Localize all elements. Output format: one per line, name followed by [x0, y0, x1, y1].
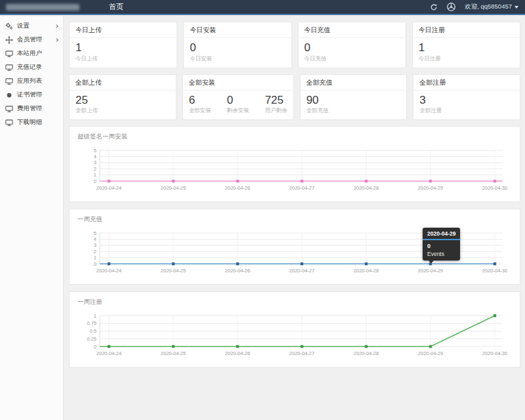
svg-text:2020-04-24: 2020-04-24	[96, 350, 121, 356]
stat-card-today-recharge: 今日充值 0 今日充值	[298, 22, 406, 68]
tooltip-caret	[429, 261, 434, 263]
sidebar-item-label: 充值记录	[17, 63, 42, 72]
svg-text:3: 3	[94, 242, 96, 248]
sidebar-item-label: 会员管理	[17, 35, 42, 44]
svg-text:0.5: 0.5	[90, 328, 96, 334]
card-title: 全部充值	[301, 75, 407, 91]
chart-panel-weekly-super-sign-installs: 超级签名一周安装 0123452020-04-242020-04-252020-…	[69, 126, 520, 202]
svg-text:2020-04-29: 2020-04-29	[418, 350, 443, 356]
svg-text:2020-04-28: 2020-04-28	[354, 350, 379, 356]
svg-text:2020-04-27: 2020-04-27	[289, 185, 314, 191]
svg-text:2020-04-29: 2020-04-29	[418, 268, 443, 274]
stat-value: 90	[306, 94, 329, 107]
stat-card-total-install: 全部安装 6 全部安装 0 剩余安装 725 用户剩余	[182, 74, 294, 121]
card-title: 今日充值	[299, 22, 406, 38]
svg-text:0: 0	[94, 261, 96, 267]
card-title: 今日上传	[70, 22, 177, 38]
line-chart-weekly-installs[interactable]: 0123452020-04-242020-04-252020-04-262020…	[77, 147, 512, 198]
chart-panel-weekly-recharge: 一周充值 0123452020-04-242020-04-252020-04-2…	[69, 209, 520, 285]
chart-title: 一周注册	[77, 298, 512, 306]
chevron-right-icon	[54, 38, 58, 42]
svg-text:2020-04-29: 2020-04-29	[418, 185, 443, 191]
card-title: 今日注册	[413, 22, 520, 38]
stat-value: 0	[190, 41, 212, 54]
tooltip-label: Events	[427, 251, 455, 257]
sidebar-item-label: 设置	[17, 22, 30, 30]
stat-label: 今日充值	[304, 55, 327, 63]
main-content: 今日上传 1 今日上传 今日安装 0 今日安装 今日充值 0 今日充值 今日注册…	[64, 16, 525, 420]
sidebar-item-recharge-records[interactable]: 充值记录	[0, 60, 63, 74]
stat-label: 全部上传	[75, 107, 98, 115]
svg-text:0.75: 0.75	[87, 320, 96, 326]
user-menu[interactable]: 欢迎, qq5850457	[465, 3, 518, 11]
svg-text:0: 0	[94, 178, 96, 184]
stat-label: 今日安装	[190, 55, 212, 63]
stat-label: 今日上传	[75, 55, 98, 63]
chart-title: 超级签名一周安装	[77, 133, 512, 141]
svg-text:5: 5	[94, 230, 96, 236]
svg-text:5: 5	[94, 148, 96, 154]
svg-text:0.25: 0.25	[87, 336, 96, 342]
refresh-icon[interactable]	[430, 3, 438, 11]
stat-cards-row-1: 今日上传 1 今日上传 今日安装 0 今日安装 今日充值 0 今日充值 今日注册…	[69, 22, 520, 68]
monitor-icon	[5, 105, 14, 113]
stat-label: 全部充值	[306, 107, 329, 115]
stat-value: 6	[189, 94, 211, 107]
line-chart-weekly-recharge[interactable]: 0123452020-04-242020-04-252020-04-262020…	[77, 230, 512, 281]
card-title: 全部注册	[413, 75, 520, 91]
sidebar-item-site-users[interactable]: 本站用户	[0, 47, 63, 60]
card-title: 今日安装	[184, 22, 291, 38]
circle-icon	[5, 91, 14, 99]
card-title: 全部安装	[183, 75, 293, 91]
svg-text:2020-04-25: 2020-04-25	[161, 185, 186, 191]
svg-text:0: 0	[94, 344, 96, 350]
chart-title: 一周充值	[77, 215, 512, 224]
svg-text:2020-04-30: 2020-04-30	[482, 268, 507, 274]
tooltip-value: 0	[427, 243, 455, 249]
sidebar: 设置 会员管理 本站用户	[0, 16, 64, 420]
svg-text:1: 1	[94, 255, 96, 261]
monitor-icon	[5, 64, 14, 72]
svg-text:2020-04-28: 2020-04-28	[354, 185, 379, 191]
stat-label: 剩余安装	[227, 107, 249, 115]
stat-label: 全部注册	[419, 107, 442, 115]
chart-tooltip: 2020-04-29 0 Events	[423, 228, 460, 261]
stat-cards-row-2: 全部上传 25 全部上传 全部安装 6 全部安装 0 剩余安装 725 用户剩余	[69, 74, 520, 121]
stat-value: 0	[227, 94, 249, 107]
gears-icon	[5, 22, 14, 30]
sidebar-item-settings[interactable]: 设置	[0, 19, 63, 33]
sidebar-item-download-details[interactable]: 下载明细	[0, 116, 63, 129]
svg-text:2020-04-25: 2020-04-25	[161, 350, 186, 356]
sidebar-item-certificates[interactable]: 证书管理	[0, 88, 63, 102]
svg-text:2020-04-25: 2020-04-25	[161, 268, 186, 274]
svg-text:1: 1	[94, 313, 96, 319]
monitor-icon	[5, 119, 14, 127]
svg-text:4: 4	[94, 236, 96, 242]
svg-text:2020-04-26: 2020-04-26	[225, 268, 250, 274]
sidebar-item-fees[interactable]: 费用管理	[0, 102, 63, 116]
svg-text:2: 2	[94, 166, 96, 172]
stat-card-today-upload: 今日上传 1 今日上传	[69, 22, 177, 68]
svg-text:4: 4	[94, 154, 96, 159]
stat-value: 1	[75, 41, 98, 54]
stat-card-total-register: 全部注册 3 全部注册	[413, 74, 520, 121]
move-icon	[5, 36, 14, 44]
svg-text:2: 2	[94, 249, 96, 255]
sidebar-item-label: 下载明细	[17, 118, 42, 127]
stat-value: 1	[419, 41, 441, 54]
stat-card-total-recharge: 全部充值 90 全部充值	[300, 74, 408, 121]
stat-value: 3	[419, 94, 442, 107]
stat-value: 25	[75, 94, 98, 107]
nav-home-link[interactable]: 首页	[109, 2, 123, 12]
svg-text:2020-04-27: 2020-04-27	[289, 350, 314, 356]
card-title: 全部上传	[70, 75, 176, 91]
chevron-right-icon	[54, 24, 58, 28]
sidebar-item-app-list[interactable]: 应用列表	[0, 74, 63, 88]
stat-label: 全部安装	[189, 107, 211, 115]
avatar-helm-icon[interactable]	[446, 2, 456, 12]
sidebar-item-members[interactable]: 会员管理	[0, 33, 63, 47]
svg-text:2020-04-28: 2020-04-28	[354, 268, 379, 274]
stat-card-total-upload: 全部上传 25 全部上传	[69, 74, 177, 121]
line-chart-weekly-register[interactable]: 00.250.50.7512020-04-242020-04-252020-04…	[77, 312, 512, 364]
brand-logo-blurred	[0, 0, 87, 14]
